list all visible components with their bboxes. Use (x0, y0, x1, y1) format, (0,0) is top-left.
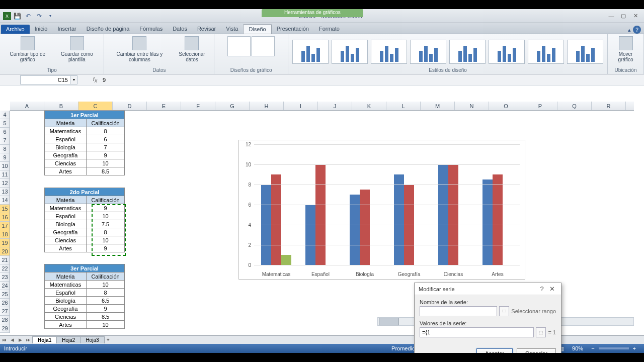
chart-bar[interactable] (305, 205, 315, 265)
chart-style-item[interactable] (332, 40, 368, 64)
column-header[interactable]: P (523, 102, 557, 110)
column-header[interactable]: Q (557, 102, 592, 110)
chart-bar[interactable] (394, 174, 404, 265)
row-header[interactable]: 14 (0, 196, 10, 205)
row-header[interactable]: 18 (0, 230, 10, 239)
table-row[interactable]: Matematicas10 (45, 281, 125, 289)
range-picker-icon[interactable]: ⬚ (536, 327, 546, 337)
tab-revisar[interactable]: Revisar (192, 24, 221, 34)
row-header[interactable]: 7 (0, 136, 10, 145)
cancel-button[interactable]: Cancelar (517, 348, 556, 353)
save-template-button[interactable]: Guardar como plantilla (54, 36, 100, 62)
table-row[interactable]: Español6 (45, 135, 125, 143)
chart-bar[interactable] (360, 190, 370, 265)
sheet-tab[interactable]: Hoja2 (56, 336, 80, 343)
name-box-dropdown-icon[interactable]: ▾ (70, 75, 77, 84)
chart-style-item[interactable] (489, 40, 525, 64)
table-row[interactable]: Ciencias10 (45, 159, 125, 167)
column-header[interactable]: M (421, 102, 455, 110)
row-header[interactable]: 22 (0, 264, 10, 273)
table-row[interactable]: Geografía9 (45, 151, 125, 159)
column-header[interactable]: C (78, 102, 113, 110)
chart-bar[interactable] (448, 164, 458, 265)
chart-bar[interactable] (438, 164, 448, 265)
tab-vista[interactable]: Vista (221, 24, 243, 34)
row-header[interactable]: 19 (0, 239, 10, 247)
redo-icon[interactable]: ↷ (34, 11, 44, 21)
row-header[interactable]: 16 (0, 213, 10, 222)
chart-style-item[interactable] (371, 40, 407, 64)
column-header[interactable]: N (455, 102, 489, 110)
row-header[interactable]: 8 (0, 145, 10, 153)
chart-style-item[interactable] (292, 40, 329, 64)
chart-style-item[interactable] (449, 40, 486, 64)
tab-fórmulas[interactable]: Fórmulas (134, 24, 168, 34)
row-header[interactable]: 6 (0, 128, 10, 136)
column-header[interactable]: K (352, 102, 386, 110)
chart-bar[interactable] (281, 255, 291, 265)
table-row[interactable]: Matematicas8 (45, 127, 125, 135)
qat-dropdown-icon[interactable]: ▾ (45, 11, 55, 21)
embedded-chart[interactable]: 024681012 MatematicasEspañolBiologíaGeog… (238, 140, 525, 280)
column-header[interactable]: H (250, 102, 284, 110)
table-row[interactable]: Español10 (45, 212, 125, 220)
row-header[interactable]: 13 (0, 188, 10, 196)
table-row[interactable]: Español8 (45, 289, 125, 297)
select-data-button[interactable]: Seleccionar datos (174, 36, 210, 62)
formula-input[interactable]: 9 (98, 77, 644, 83)
table-row[interactable]: Artes8.5 (45, 167, 125, 175)
table-row[interactable]: Artes10 (45, 321, 125, 329)
column-header[interactable]: F (181, 102, 215, 110)
zoom-slider[interactable] (599, 347, 629, 349)
zoom-level[interactable]: 90% (572, 345, 583, 351)
chart-layout-item[interactable] (227, 36, 251, 56)
column-header[interactable]: R (592, 102, 626, 110)
zoom-in-icon[interactable]: + (633, 345, 636, 351)
undo-icon[interactable]: ↶ (23, 11, 33, 21)
chart-style-item[interactable] (567, 40, 603, 64)
zoom-out-icon[interactable]: − (591, 345, 594, 351)
help-icon[interactable]: ? (633, 26, 641, 34)
column-header[interactable]: L (386, 102, 421, 110)
range-picker-icon[interactable]: ⬚ (499, 306, 509, 316)
row-header[interactable]: 28 (0, 316, 10, 324)
row-header[interactable]: 17 (0, 222, 10, 230)
tab-presentación[interactable]: Presentación (272, 24, 314, 34)
dialog-close-icon[interactable]: ✕ (547, 285, 557, 293)
row-header[interactable]: 26 (0, 299, 10, 307)
dialog-help-icon[interactable]: ? (537, 285, 547, 293)
chart-bar[interactable] (350, 195, 360, 265)
chart-bar[interactable] (271, 174, 281, 265)
table-row[interactable]: Biología6.5 (45, 297, 125, 305)
chart-style-item[interactable] (410, 40, 446, 64)
switch-row-col-button[interactable]: Cambiar entre filas y columnas (108, 36, 171, 62)
close-icon[interactable]: ✕ (631, 13, 640, 20)
row-header[interactable]: 12 (0, 179, 10, 188)
column-header[interactable]: B (44, 102, 78, 110)
row-header[interactable]: 15 (0, 205, 10, 213)
chart-bar[interactable] (493, 174, 503, 265)
fx-icon[interactable]: fx (77, 76, 98, 83)
maximize-icon[interactable]: ▢ (619, 13, 628, 20)
row-header[interactable]: 21 (0, 256, 10, 264)
table-row[interactable]: Geografía8 (45, 228, 125, 236)
tab-insertar[interactable]: Insertar (52, 24, 81, 34)
table-row[interactable]: Biología7.5 (45, 220, 125, 228)
sheet-tab[interactable]: Hoja1 (32, 336, 57, 343)
chart-layout-item[interactable] (252, 36, 275, 56)
table-row[interactable]: Ciencias10 (45, 236, 125, 244)
column-header[interactable]: D (113, 102, 147, 110)
column-header[interactable]: E (147, 102, 181, 110)
column-header[interactable]: G (215, 102, 250, 110)
table-row[interactable]: Ciencias8.5 (45, 313, 125, 321)
row-header[interactable]: 29 (0, 324, 10, 333)
row-header[interactable]: 25 (0, 290, 10, 299)
row-header[interactable]: 27 (0, 307, 10, 316)
row-header[interactable]: 10 (0, 162, 10, 170)
file-tab[interactable]: Archivo (1, 25, 30, 34)
row-header[interactable]: 4 (0, 111, 10, 119)
accept-button[interactable]: Aceptar (476, 348, 513, 353)
row-header[interactable]: 5 (0, 119, 10, 128)
minimize-ribbon-icon[interactable]: ▴ (628, 27, 631, 33)
table-row[interactable]: Artes9 (45, 244, 125, 252)
